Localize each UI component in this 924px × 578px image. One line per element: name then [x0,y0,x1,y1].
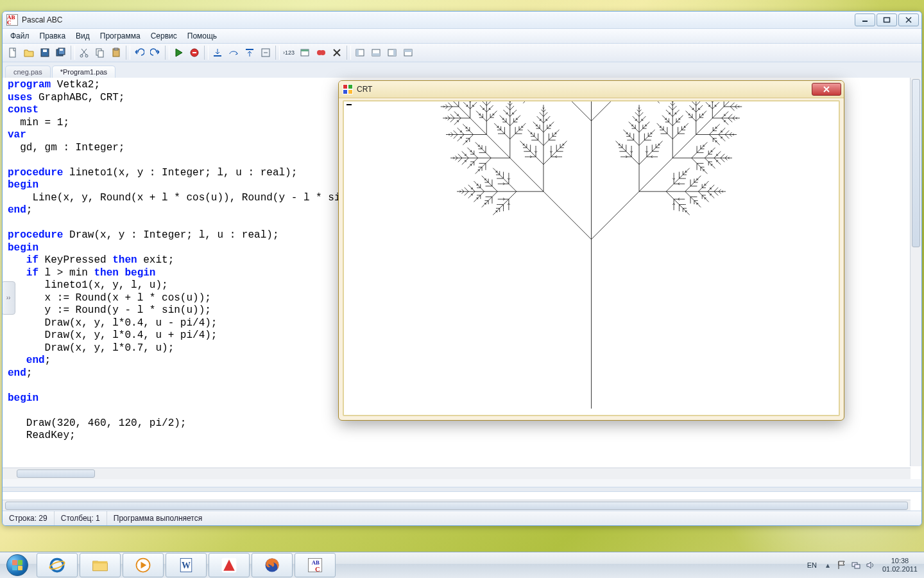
ide-titlebar[interactable]: ABC Pascal ABC [3,12,921,29]
svg-line-65 [685,211,687,213]
redo-icon[interactable] [148,45,163,60]
menu-help[interactable]: Помощь [182,30,222,42]
save-icon[interactable] [37,45,53,60]
svg-line-145 [705,198,706,200]
undo-icon[interactable] [132,45,147,60]
run-icon[interactable] [171,45,186,60]
svg-line-1149 [503,110,504,110]
taskbar-app-red[interactable] [209,553,250,577]
svg-line-1033 [475,182,476,183]
svg-line-583 [700,115,703,118]
svg-line-890 [535,124,537,126]
close-button[interactable] [898,13,919,26]
stop-icon[interactable] [187,45,202,60]
svg-line-165 [714,197,714,198]
menu-edit[interactable]: Правка [35,30,71,42]
paste-icon[interactable] [108,45,124,60]
panel-icon-4[interactable] [400,45,416,60]
svg-line-662 [712,106,715,109]
menu-service[interactable]: Сервис [146,30,182,42]
editor-hscrollbar[interactable] [3,468,911,479]
svg-line-270 [654,130,654,130]
svg-line-313 [639,120,642,123]
network-icon[interactable] [851,560,861,570]
svg-line-381 [705,158,708,162]
svg-line-356 [701,167,703,170]
svg-line-1202 [476,171,477,173]
step-into-icon[interactable] [210,45,225,60]
svg-line-392 [705,154,708,158]
tray-language[interactable]: EN [803,561,821,569]
crt-window: CRT [338,80,844,421]
taskbar-explorer[interactable] [80,553,121,577]
taskbar-firefox[interactable] [252,553,293,577]
svg-line-632 [722,118,724,121]
open-file-icon[interactable] [21,45,37,60]
svg-line-1257 [486,134,510,158]
taskbar-pascalabc[interactable]: ABC [295,553,336,577]
svg-line-904 [538,117,539,118]
side-toggle[interactable]: ›› [2,281,15,315]
svg-line-691 [712,107,724,118]
taskbar-ie[interactable] [37,553,78,577]
breakpoint-icon[interactable] [313,45,329,60]
editor-vscrollbar[interactable] [910,78,921,466]
volume-icon[interactable] [865,560,875,570]
svg-line-322 [635,118,637,120]
new-file-icon[interactable] [5,45,21,60]
svg-line-1076 [510,158,543,191]
svg-line-1377 [463,102,464,103]
minimize-button[interactable] [855,13,875,26]
tab-cneg[interactable]: cneg.pas [5,66,51,78]
clear-break-icon[interactable] [329,45,345,60]
svg-line-695 [733,110,734,110]
svg-line-1264 [490,115,493,118]
taskbar: W ABC EN ▴ 10:38 01.02.2011 [0,552,924,578]
status-line: Строка: 29 [3,511,55,525]
tray-up-icon[interactable]: ▴ [823,560,833,570]
step-over-icon[interactable] [226,45,241,60]
run-to-cursor-icon[interactable] [258,45,273,60]
step-out-icon[interactable] [242,45,257,60]
copy-icon[interactable] [92,45,108,60]
taskbar-wmp[interactable] [123,553,164,577]
panel-icon-2[interactable] [368,45,384,60]
flag-icon[interactable] [837,560,847,570]
window-icon-1[interactable] [297,45,312,60]
save-all-icon[interactable] [53,45,69,60]
crt-titlebar[interactable]: CRT [339,81,844,98]
svg-line-546 [719,124,719,125]
svg-line-611 [690,106,692,107]
svg-line-1322 [463,124,463,125]
svg-line-900 [541,120,543,123]
cut-icon[interactable] [76,45,92,60]
svg-line-1225 [468,166,470,168]
menu-file[interactable]: Файл [5,30,35,42]
svg-line-1523 [658,102,659,103]
menu-program[interactable]: Программа [95,30,146,42]
start-button[interactable] [0,552,35,578]
crt-close-button[interactable] [812,83,841,96]
taskbar-word[interactable]: W [166,553,207,577]
tab-program1[interactable]: *Program1.pas [52,66,116,78]
panel-icon-3[interactable] [384,45,400,60]
svg-line-480 [681,116,682,118]
scroll-thumb[interactable] [912,79,920,247]
svg-line-173 [714,191,716,193]
scroll-thumb[interactable] [17,469,95,478]
tray-clock[interactable]: 10:38 01.02.2011 [877,557,923,574]
output-panel[interactable] [3,491,921,511]
panel-icon-1[interactable] [352,45,368,60]
svg-line-1108 [499,127,501,130]
svg-line-421 [723,155,724,156]
svg-line-551 [721,137,723,139]
output-hscrollbar[interactable] [3,500,911,511]
svg-line-1051 [469,186,470,187]
scroll-thumb[interactable] [5,502,908,510]
watch-icon[interactable]: ›123 [281,45,296,60]
svg-line-452 [667,134,672,139]
svg-line-726 [724,101,732,107]
svg-line-319 [637,120,639,123]
menu-view[interactable]: Вид [71,30,95,42]
maximize-button[interactable] [877,13,897,26]
